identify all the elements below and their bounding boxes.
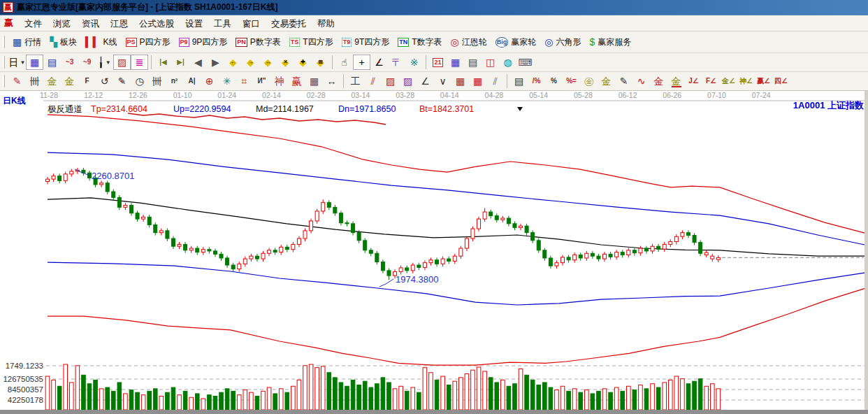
gold-underline-button[interactable]: 金 [667, 73, 685, 89]
gann-fan-button[interactable]: ⫽ [364, 73, 382, 89]
indicator-name[interactable]: 极反通道 [48, 104, 82, 114]
wave9-button[interactable]: ~9 [78, 55, 96, 70]
star-rays-button[interactable]: ✳ [218, 73, 236, 89]
period-day-dropdown[interactable]: 日▼ [8, 55, 26, 70]
wave-mark-button[interactable]: И" [253, 73, 270, 89]
zoom-out-button[interactable]: ◆✕ [277, 55, 294, 70]
angle-measure-button[interactable]: ∠• [370, 55, 388, 70]
gold-levels-button[interactable]: 金 [43, 73, 61, 89]
grid-net-button[interactable]: ⌗ [236, 73, 253, 89]
toolbar-button-江恩轮[interactable]: ◎江恩轮 [447, 35, 491, 50]
pan-right-button[interactable]: ◆→ [242, 55, 259, 70]
pan-left-button[interactable]: ◆← [224, 55, 242, 70]
percent-slash-button[interactable]: /% [528, 73, 545, 89]
toolbar-button-行情[interactable]: ▦行情 [8, 35, 45, 50]
grid-zoom-button[interactable]: ◆⊞ [312, 55, 329, 70]
gold-angle-button[interactable]: 金∠ [720, 73, 737, 89]
menu-item-9[interactable]: 交易委托 [266, 17, 312, 30]
draw-pen-button[interactable]: ✎ [615, 73, 632, 89]
sine-wave-button[interactable]: ∿ [632, 73, 650, 89]
tick-ruler2-button[interactable]: 卌 [148, 73, 166, 89]
win-angle-button[interactable]: 赢∠ [755, 73, 772, 89]
zoom-in-button[interactable]: ◆✚ [294, 55, 312, 70]
first-bar-button[interactable]: |◀ [154, 55, 172, 70]
prev-bar-button[interactable]: ◀ [189, 55, 207, 70]
measure-ruler-button[interactable]: ▤ [510, 73, 528, 89]
j-angle-button[interactable]: J∠ [685, 73, 702, 89]
toolbar-button-六角形[interactable]: ◎六角形 [540, 35, 585, 50]
web-data-button[interactable]: ◍ [499, 55, 516, 70]
toolbar-button-板块[interactable]: ▚板块 [45, 35, 81, 50]
pen-button[interactable]: ✎ [8, 73, 26, 89]
menu-item-8[interactable]: 窗口 [237, 17, 266, 30]
win-tool-button[interactable]: 赢 [288, 73, 305, 89]
menu-item-5[interactable]: 公式选股 [133, 17, 180, 30]
analysis-button[interactable]: ※ [405, 55, 423, 70]
text-label-button[interactable]: A| [183, 73, 201, 89]
parallel-lines-button[interactable]: ⫽ [486, 73, 504, 89]
toolbar-button-P四方形[interactable]: PSP四方形 [122, 35, 175, 50]
pen-point-button[interactable]: ✎• [113, 73, 131, 89]
save-button[interactable]: ◫ [482, 55, 499, 70]
candle-type-dropdown[interactable]: ╽▼ [96, 55, 113, 70]
toolbar-button-T数字表[interactable]: TNT数字表 [393, 35, 446, 50]
histogram-button[interactable]: ≣ [131, 55, 148, 70]
red-grid-button[interactable]: ▦ [451, 73, 469, 89]
menu-item-4[interactable]: 江恩 [105, 17, 133, 30]
fibonacci-button[interactable]: F [78, 73, 96, 89]
fan-box-purple-button[interactable]: ▨ [399, 73, 417, 89]
gold-levels2-button[interactable]: 金 [61, 73, 78, 89]
pattern-button[interactable]: ▨ [113, 55, 131, 70]
circle-cross-button[interactable]: ⊕ [201, 73, 218, 89]
toolbar-button-9T四方形[interactable]: T99T四方形 [338, 35, 394, 50]
crosshair-button[interactable]: + [353, 55, 370, 70]
gold-line-button[interactable]: 金 [598, 73, 615, 89]
menu-item-7[interactable]: 工具 [208, 17, 237, 30]
tick-ruler-button[interactable]: 卌 [26, 73, 43, 89]
toolbar-button-赢家服务[interactable]: $赢家服务 [586, 35, 636, 50]
calendar-grid-button[interactable]: ▦ [305, 73, 323, 89]
terminal-button[interactable]: ⌨ [516, 55, 534, 70]
toolbar-button-赢家轮[interactable]: Big赢家轮 [491, 35, 541, 50]
zigzag-button[interactable]: ∨ [434, 73, 451, 89]
calendar-21-button[interactable]: 21 [429, 55, 447, 70]
chart-canvas[interactable]: 11-2812-1212-2601-1001-2402-1402-2803-14… [0, 91, 868, 414]
gann-marker-button[interactable]: 〒 [388, 55, 405, 70]
menu-item-6[interactable]: 设置 [180, 17, 208, 30]
shen-angle-button[interactable]: 神∠ [737, 73, 755, 89]
spiral-button[interactable]: ↺ [96, 73, 113, 89]
menu-item-1[interactable]: 文件 [19, 17, 48, 30]
percent-lines-button[interactable]: %= [563, 73, 580, 89]
drag-hand-button[interactable]: ☝ [335, 55, 353, 70]
notepad-button[interactable]: ▤ [464, 55, 482, 70]
gold-circle-button[interactable]: ㊎ [580, 73, 598, 89]
menu-item-3[interactable]: 资讯 [76, 17, 105, 30]
gold-red-button[interactable]: 金 [650, 73, 667, 89]
toolbar-button-K线[interactable]: ▍▍K线 [81, 35, 122, 50]
toolbar-button-T四方形[interactable]: TST四方形 [285, 35, 338, 50]
bottom-scrollbar[interactable] [0, 410, 868, 414]
chart-style-button[interactable]: ▦ [26, 55, 43, 70]
menu-item-10[interactable]: 帮助 [312, 17, 340, 30]
span-arrows-button[interactable]: ↔ [323, 73, 340, 89]
angle-line-button[interactable]: ∠ [417, 73, 434, 89]
percent-button[interactable]: % [545, 73, 563, 89]
beam-tool-button[interactable]: 工 [347, 73, 364, 89]
f-angle-button[interactable]: F∠ [702, 73, 720, 89]
next-bar-button[interactable]: ▶ [207, 55, 224, 70]
red-grid2-button[interactable]: ▦ [469, 73, 486, 89]
fan-box-button[interactable]: ▨ [382, 73, 399, 89]
zoom-horizontal-button[interactable]: ◆↔ [259, 55, 277, 70]
shen-tool-button[interactable]: 神 [270, 73, 288, 89]
info-panel-button[interactable]: ▤ [43, 55, 61, 70]
time-cycle-button[interactable]: ◷ [131, 73, 148, 89]
four-angle-button[interactable]: 四∠ [772, 73, 790, 89]
menu-item-2[interactable]: 浏览 [48, 17, 76, 30]
toolbar-button-9P四方形[interactable]: P99P四方形 [175, 35, 232, 50]
calculator-button[interactable]: ▦ [447, 55, 464, 70]
square-number-button[interactable]: n² [166, 73, 183, 89]
wave3-button[interactable]: ~3 [61, 55, 78, 70]
toolbar-button-P数字表[interactable]: PNP数字表 [231, 35, 285, 50]
last-bar-button[interactable]: ▶| [172, 55, 189, 70]
symbol-label[interactable]: 1A0001 上证指数 [793, 100, 864, 110]
